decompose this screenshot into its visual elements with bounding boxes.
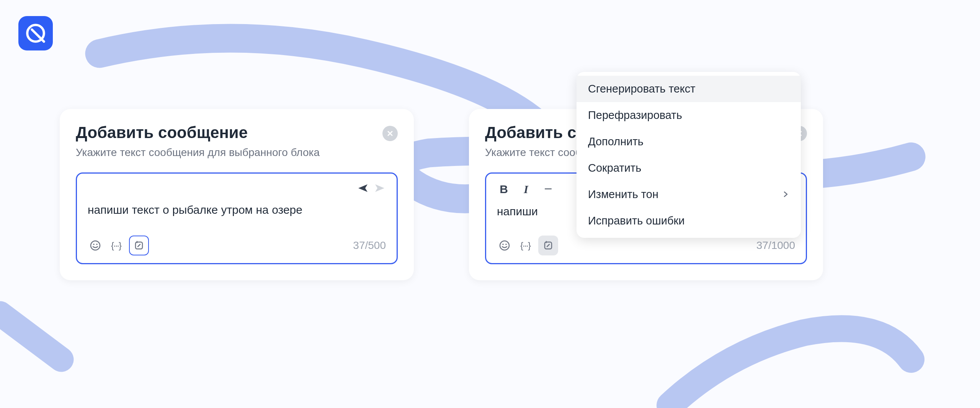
ai-assist-button[interactable] [538,236,558,255]
variable-icon: {···} [111,240,121,251]
redo-icon [374,183,386,193]
emoji-icon [90,240,101,251]
card-title: Добавить сообщение [76,124,320,142]
ai-magic-icon [542,240,554,251]
ai-magic-icon [133,240,145,251]
format-more-button[interactable] [541,183,555,196]
svg-point-1 [91,241,100,250]
variable-button[interactable]: {···} [108,238,124,253]
undo-button[interactable] [357,183,368,194]
emoji-button[interactable] [88,238,103,253]
dropdown-item-generate[interactable]: Сгенерировать текст [577,76,801,102]
undo-icon [357,183,368,193]
close-icon [386,130,394,137]
italic-button[interactable]: I [519,183,533,196]
emoji-button[interactable] [497,238,512,253]
variable-button[interactable]: {···} [518,238,533,253]
emoji-icon [499,240,510,251]
dropdown-item-change-tone[interactable]: Изменить тон [577,181,801,208]
svg-point-7 [505,244,507,245]
bold-button[interactable]: B [497,183,511,196]
card-subtitle: Укажите текст сообщения для выбранного б… [76,146,320,159]
variable-icon: {···} [520,240,530,251]
dropdown-item-extend[interactable]: Дополнить [577,128,801,155]
character-count: 37/500 [353,239,386,252]
svg-point-3 [96,244,98,245]
svg-point-2 [93,244,95,245]
chevron-right-icon [782,188,789,201]
dropdown-item-rephrase[interactable]: Перефразировать [577,102,801,128]
svg-point-6 [502,244,504,245]
add-message-card-left: Добавить сообщение Укажите текст сообщен… [60,109,414,280]
close-button[interactable] [382,126,398,141]
svg-point-5 [500,241,509,250]
strikethrough-icon [544,185,552,193]
editor-text-content[interactable]: напиши текст о рыбалке утром на озере [88,200,386,236]
ai-actions-dropdown: Сгенерировать текст Перефразировать Допо… [577,72,801,238]
app-logo [18,16,53,50]
ai-assist-button[interactable] [129,236,149,255]
character-count: 37/1000 [756,239,795,252]
message-editor[interactable]: напиши текст о рыбалке утром на озере {·… [76,172,398,264]
dropdown-item-shorten[interactable]: Сократить [577,155,801,181]
redo-button[interactable] [374,183,386,194]
dropdown-item-fix-errors[interactable]: Исправить ошибки [577,208,801,234]
